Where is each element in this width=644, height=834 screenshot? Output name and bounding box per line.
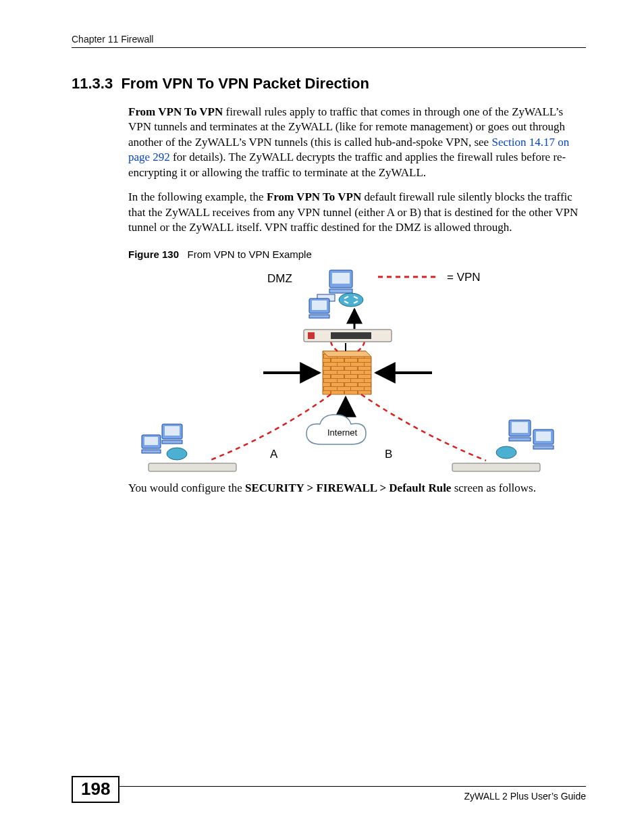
para3-after-bold: screen as follows. <box>451 481 536 494</box>
remote-site-b-icon <box>452 420 554 471</box>
diagram-label-vpn-legend: = VPN <box>447 270 481 285</box>
diagram-svg <box>128 265 560 481</box>
diagram-label-b: B <box>385 447 392 462</box>
para2-bold: From VPN To VPN <box>267 190 361 203</box>
svg-rect-37 <box>536 432 551 441</box>
svg-marker-19 <box>323 351 371 394</box>
svg-rect-40 <box>452 463 540 471</box>
svg-rect-26 <box>165 426 180 436</box>
svg-rect-38 <box>533 446 554 449</box>
svg-rect-32 <box>149 463 236 471</box>
svg-rect-35 <box>509 438 531 441</box>
svg-rect-17 <box>331 332 371 339</box>
svg-rect-27 <box>162 440 182 444</box>
svg-rect-30 <box>142 450 161 453</box>
svg-rect-29 <box>144 437 158 445</box>
para3-bold: SECURITY > FIREWALL > Default Rule <box>245 481 451 494</box>
svg-rect-16 <box>308 332 315 339</box>
svg-rect-13 <box>309 315 329 318</box>
para2-before-bold: In the following example, the <box>128 190 267 203</box>
figure-diagram: DMZ = VPN Internet A B <box>128 265 560 481</box>
diagram-label-a: A <box>270 447 277 462</box>
para1-text-after-link: for details). The ZyWALL decrypts the tr… <box>128 151 566 178</box>
para3-before-bold: You would configure the <box>128 481 245 494</box>
svg-rect-9 <box>329 289 352 293</box>
para1-lead-bold: From VPN To VPN <box>128 105 223 118</box>
section-title: From VPN To VPN Packet Direction <box>121 75 369 92</box>
zywall-appliance-icon <box>304 330 392 342</box>
svg-point-14 <box>339 293 363 307</box>
paragraph-3: You would configure the SECURITY > FIREW… <box>128 481 586 496</box>
svg-marker-20 <box>323 351 371 357</box>
dmz-router-icon <box>339 293 363 307</box>
svg-point-39 <box>496 446 516 459</box>
section-number: 11.3.3 <box>72 75 113 92</box>
firewall-icon <box>323 351 371 394</box>
figure-caption: Figure 130 From VPN to VPN Example <box>128 248 586 261</box>
page-footer: 198 ZyWALL 2 Plus User’s Guide <box>72 786 586 803</box>
diagram-label-dmz: DMZ <box>267 271 292 286</box>
svg-rect-8 <box>332 273 350 284</box>
figure-caption-label: Figure 130 <box>128 249 179 260</box>
dmz-pc-2-icon <box>309 298 329 318</box>
page-number: 198 <box>72 776 119 803</box>
paragraph-1: From VPN To VPN firewall rules apply to … <box>128 105 586 180</box>
section-heading: 11.3.3 From VPN To VPN Packet Direction <box>72 75 586 93</box>
footer-guide-title: ZyWALL 2 Plus User’s Guide <box>464 791 586 802</box>
paragraph-2: In the following example, the From VPN T… <box>128 190 586 235</box>
svg-rect-34 <box>512 422 528 433</box>
figure-caption-text: From VPN to VPN Example <box>188 249 312 260</box>
svg-point-31 <box>167 448 187 460</box>
svg-rect-12 <box>312 301 327 310</box>
diagram-label-internet: Internet <box>327 427 357 438</box>
running-header: Chapter 11 Firewall <box>72 34 586 48</box>
remote-site-a-icon <box>142 424 236 471</box>
